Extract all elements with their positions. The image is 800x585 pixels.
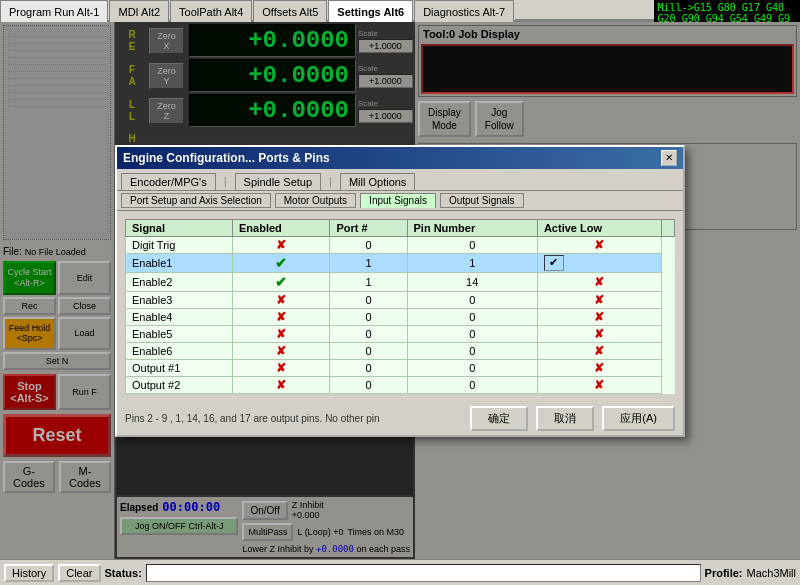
modal-footer: Pins 2 - 9 , 1, 14, 16, and 17 are outpu… [117,402,683,435]
pin-cell: 1 [407,253,537,272]
enabled-check: ✔ [275,274,287,290]
tab-offsets[interactable]: Offsets Alt5 [253,0,327,22]
modal-subtab-output-signals[interactable]: Output Signals [440,193,524,208]
cancel-button[interactable]: 取消 [536,406,594,431]
enabled-x: ✘ [276,378,286,392]
pin-cell: 0 [407,359,537,376]
enabled-check: ✔ [275,255,287,271]
signal-name-cell: Output #2 [126,376,233,393]
modal-action-buttons: 确定 取消 应用(A) [470,406,675,431]
enabled-cell: ✘ [233,236,330,253]
modal-subtab-motor-outputs[interactable]: Motor Outputs [275,193,356,208]
modal-tab-mill-options[interactable]: Mill Options [340,173,415,190]
status-bar: History Clear Status: Profile: Mach3Mill [0,559,800,585]
signal-name-cell: Enable4 [126,308,233,325]
active-low-x: ✘ [594,344,604,358]
port-cell: 0 [330,236,407,253]
status-label: Status: [105,567,142,579]
active-low-x: ✘ [594,361,604,375]
active-low-cell: ✘ [537,342,661,359]
profile-label: Profile: [705,567,743,579]
signal-name-cell: Digit Trig [126,236,233,253]
active-low-cell: ✘ [537,308,661,325]
active-low-x: ✘ [594,327,604,341]
active-low-cell: ✘ [537,291,661,308]
active-low-cell: ✘ [537,272,661,291]
enabled-x: ✘ [276,361,286,375]
table-row[interactable]: Digit Trig ✘ 0 0 ✘ [126,236,675,253]
active-low-cell: ✘ [537,376,661,393]
port-cell: 0 [330,376,407,393]
profile-value: Mach3Mill [746,567,796,579]
enabled-x: ✘ [276,327,286,341]
table-row[interactable]: Enable6 ✘ 0 0 ✘ [126,342,675,359]
history-button[interactable]: History [4,564,54,582]
enabled-x: ✘ [276,293,286,307]
modal-subtabs: Port Setup and Axis Selection Motor Outp… [117,191,683,211]
active-low-x: ✘ [594,238,604,252]
table-row[interactable]: Output #2 ✘ 0 0 ✘ [126,376,675,393]
tab-diagnostics[interactable]: Diagnostics Alt-7 [414,0,514,22]
confirm-button[interactable]: 确定 [470,406,528,431]
modal-title: Engine Configuration... Ports & Pins [123,151,330,165]
pin-cell: 0 [407,291,537,308]
modal-tab-spindle[interactable]: Spindle Setup [235,173,322,190]
apply-button[interactable]: 应用(A) [602,406,675,431]
modal-tab-encoder[interactable]: Encoder/MPG's [121,173,216,190]
port-cell: 0 [330,342,407,359]
modal-subtab-port-setup[interactable]: Port Setup and Axis Selection [121,193,271,208]
active-low-input[interactable]: ✔ [544,255,564,271]
modal-tab-separator1: | [218,173,233,190]
signal-name-cell: Enable5 [126,325,233,342]
col-port: Port # [330,219,407,236]
tab-settings[interactable]: Settings Alt6 [328,0,413,22]
tab-program-run[interactable]: Program Run Alt-1 [0,0,108,22]
active-low-x: ✘ [594,293,604,307]
pin-cell: 0 [407,236,537,253]
pin-cell: 0 [407,376,537,393]
pin-cell: 0 [407,308,537,325]
clear-button[interactable]: Clear [58,564,100,582]
col-signal: Signal [126,219,233,236]
top-tabs-bar: Program Run Alt-1 MDI Alt2 ToolPath Alt4… [0,0,800,22]
col-active-low: Active Low [537,219,661,236]
port-cell: 0 [330,308,407,325]
pin-cell: 14 [407,272,537,291]
modal-close-button[interactable]: ✕ [661,150,677,166]
modal-overlay: Engine Configuration... Ports & Pins ✕ E… [0,22,800,559]
signal-name-cell: Enable2 [126,272,233,291]
port-cell: 1 [330,253,407,272]
enabled-cell: ✘ [233,325,330,342]
table-row[interactable]: Enable2 ✔ 1 14 ✘ [126,272,675,291]
signal-name-cell: Enable1 [126,253,233,272]
enabled-cell: ✘ [233,342,330,359]
active-low-cell: ✘ [537,236,661,253]
tab-toolpath[interactable]: ToolPath Alt4 [170,0,252,22]
enabled-cell: ✘ [233,291,330,308]
enabled-cell: ✔ [233,253,330,272]
table-row[interactable]: Enable3 ✘ 0 0 ✘ [126,291,675,308]
table-row[interactable]: Enable5 ✘ 0 0 ✘ [126,325,675,342]
table-row[interactable]: Enable4 ✘ 0 0 ✘ [126,308,675,325]
table-row[interactable]: Enable1 ✔ 1 1 ✔ [126,253,675,272]
pin-cell: 0 [407,342,537,359]
footer-note: Pins 2 - 9 , 1, 14, 16, and 17 are outpu… [125,413,380,424]
active-low-cell: ✘ [537,359,661,376]
signal-name-cell: Enable3 [126,291,233,308]
active-low-x: ✘ [594,378,604,392]
active-low-cell: ✔ [537,253,661,272]
port-cell: 0 [330,325,407,342]
table-row[interactable]: Output #1 ✘ 0 0 ✘ [126,359,675,376]
status-field [146,564,701,582]
gcode-display-header: Mill->G15 G80 G17 G40 G20 G90 G94 G54 G4… [654,0,800,22]
col-pin: Pin Number [407,219,537,236]
col-scroll [662,219,675,236]
modal-subtab-input-signals[interactable]: Input Signals [360,193,436,208]
enabled-cell: ✘ [233,308,330,325]
active-low-cell: ✘ [537,325,661,342]
modal-tabs: Encoder/MPG's | Spindle Setup | Mill Opt… [117,169,683,191]
tab-mdi[interactable]: MDI Alt2 [109,0,169,22]
modal-content: Signal Enabled Port # Pin Number Active … [117,211,683,402]
active-low-x: ✘ [594,275,604,289]
signal-name-cell: Enable6 [126,342,233,359]
